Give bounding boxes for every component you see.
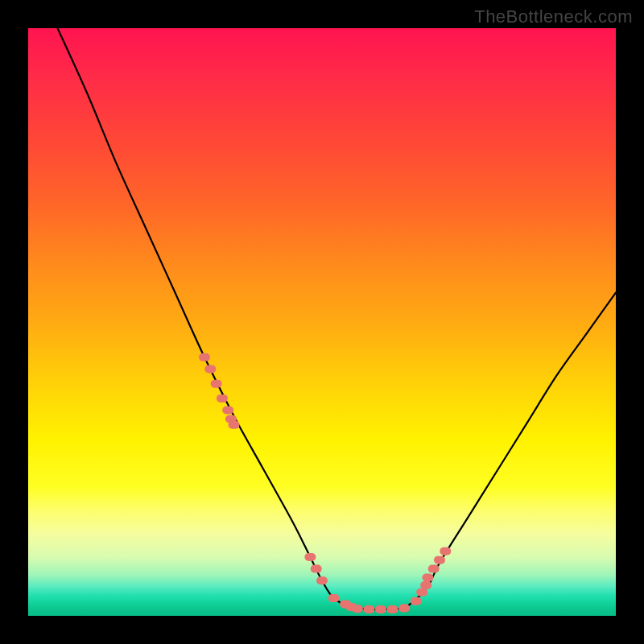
highlight-dot <box>434 556 445 564</box>
highlight-dot <box>363 605 374 613</box>
plot-area <box>28 28 616 616</box>
highlight-dot <box>311 565 322 573</box>
bottleneck-curve-line <box>58 28 617 609</box>
highlight-dot <box>398 605 410 613</box>
highlight-dot <box>422 574 433 582</box>
highlight-dot <box>211 380 222 388</box>
highlight-dot <box>440 547 451 555</box>
highlight-dot <box>375 605 386 613</box>
highlight-dot <box>352 605 363 613</box>
highlight-dot <box>387 605 398 613</box>
chart-container: TheBottleneck.com <box>0 0 644 644</box>
highlight-dot <box>229 421 240 429</box>
highlight-dot <box>316 576 328 584</box>
highlight-dot <box>420 581 431 589</box>
highlight-dot <box>222 407 233 415</box>
chart-svg <box>28 28 616 616</box>
highlight-dot <box>411 597 422 605</box>
highlight-dot <box>416 588 427 597</box>
highlight-dot <box>204 365 216 373</box>
highlight-dot <box>304 553 316 561</box>
highlight-dot <box>217 394 228 402</box>
highlight-dot <box>428 565 440 573</box>
highlight-markers <box>199 353 451 613</box>
highlight-dot <box>328 594 340 602</box>
highlight-dot <box>199 353 210 361</box>
watermark-text: TheBottleneck.com <box>474 6 633 27</box>
